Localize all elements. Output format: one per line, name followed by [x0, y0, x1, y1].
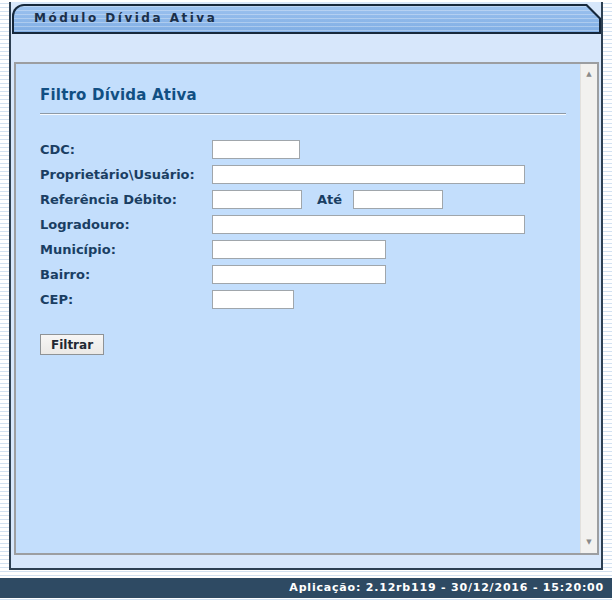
module-title-banner: Módulo Dívida Ativa	[12, 4, 601, 34]
form-row-cep: CEP:	[40, 290, 566, 309]
vertical-scrollbar[interactable]: ▲ ▼	[580, 64, 597, 553]
cep-input[interactable]	[212, 290, 294, 309]
cep-label: CEP:	[40, 292, 212, 307]
municipio-label: Município:	[40, 242, 212, 257]
referencia-debito-from-input[interactable]	[212, 190, 302, 209]
form-row-municipio: Município:	[40, 240, 566, 259]
form-row-cdc: CDC:	[40, 140, 566, 159]
logradouro-input[interactable]	[212, 215, 525, 234]
filter-form: CDC: Proprietário\Usuário: Referência Dé…	[40, 140, 566, 355]
scroll-down-icon[interactable]: ▼	[581, 539, 597, 546]
referencia-debito-label: Referência Débito:	[40, 192, 212, 207]
form-row-referencia: Referência Débito: Até	[40, 190, 566, 209]
filter-panel: Filtro Dívida Ativa CDC: Proprietário\Us…	[14, 62, 599, 555]
bairro-input[interactable]	[212, 265, 386, 284]
cdc-label: CDC:	[40, 142, 212, 157]
heading-divider	[40, 113, 566, 115]
cdc-input[interactable]	[212, 140, 300, 159]
form-row-logradouro: Logradouro:	[40, 215, 566, 234]
form-row-bairro: Bairro:	[40, 265, 566, 284]
bairro-label: Bairro:	[40, 267, 212, 282]
ate-label: Até	[317, 192, 342, 207]
module-title-banner-fill: Módulo Dívida Ativa	[14, 6, 599, 32]
scroll-up-icon[interactable]: ▲	[581, 71, 597, 78]
logradouro-label: Logradouro:	[40, 217, 212, 232]
municipio-input[interactable]	[212, 240, 386, 259]
form-row-proprietario: Proprietário\Usuário:	[40, 165, 566, 184]
page-title: Filtro Dívida Ativa	[40, 86, 566, 104]
proprietario-usuario-label: Proprietário\Usuário:	[40, 167, 212, 182]
referencia-debito-to-input[interactable]	[353, 190, 443, 209]
status-bar: Aplicação: 2.12rb119 - 30/12/2016 - 15:2…	[0, 578, 612, 598]
proprietario-usuario-input[interactable]	[212, 165, 525, 184]
module-title: Módulo Dívida Ativa	[14, 6, 599, 31]
main-container: Módulo Dívida Ativa Filtro Dívida Ativa …	[9, 2, 603, 570]
application-version-status: Aplicação: 2.12rb119 - 30/12/2016 - 15:2…	[289, 581, 604, 594]
filter-panel-content: Filtro Dívida Ativa CDC: Proprietário\Us…	[16, 64, 580, 553]
filtrar-button[interactable]: Filtrar	[40, 334, 104, 355]
